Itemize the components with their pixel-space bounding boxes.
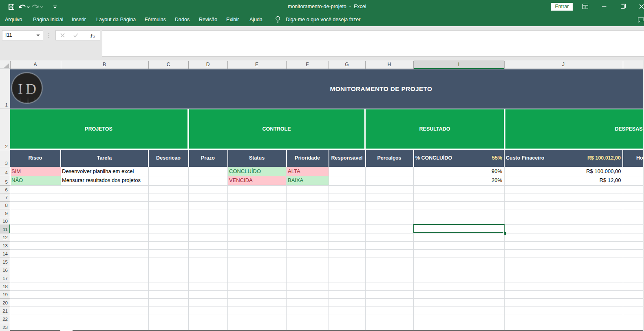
svg-text:x: x	[93, 34, 95, 38]
svg-text:f: f	[90, 33, 93, 38]
